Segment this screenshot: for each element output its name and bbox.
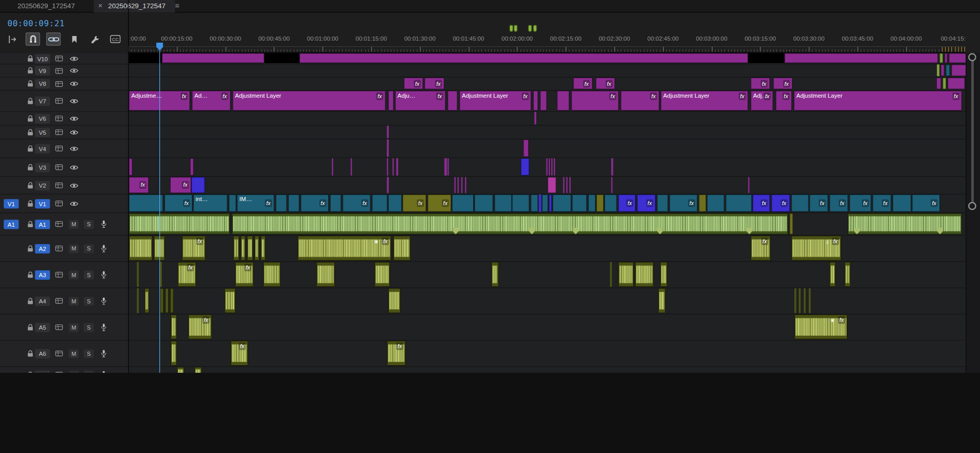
clip[interactable] <box>229 194 237 212</box>
track-name-v7[interactable]: V7 <box>35 96 50 105</box>
solo-button[interactable]: S <box>84 349 94 358</box>
clip[interactable]: fx <box>621 90 659 111</box>
sync-lock-icon[interactable] <box>54 220 64 228</box>
clip[interactable] <box>330 194 341 212</box>
clip[interactable] <box>566 177 567 193</box>
sync-lock-icon[interactable] <box>54 244 64 253</box>
sync-lock-icon[interactable] <box>54 370 64 373</box>
clip[interactable] <box>557 90 569 111</box>
sync-lock-icon[interactable] <box>54 323 64 332</box>
tab-sequence-inactive[interactable]: 20250629_172547 <box>17 2 75 10</box>
toggle-track-output-icon[interactable] <box>69 128 79 137</box>
track-name-v8[interactable]: V8 <box>35 79 50 88</box>
clip[interactable] <box>707 194 724 212</box>
clip[interactable] <box>165 288 169 313</box>
clip[interactable] <box>387 177 389 193</box>
track-name-v6[interactable]: V6 <box>35 114 50 123</box>
clip[interactable]: ♪fx <box>791 235 841 261</box>
solo-button[interactable]: S <box>84 270 94 279</box>
mute-button[interactable]: M <box>69 220 79 228</box>
clip[interactable]: fx <box>753 194 770 212</box>
clip[interactable] <box>531 194 538 212</box>
voiceover-record-icon[interactable] <box>99 220 108 228</box>
clip[interactable] <box>548 177 556 193</box>
clip[interactable] <box>611 177 612 193</box>
clip[interactable] <box>523 139 529 157</box>
clip[interactable] <box>276 194 287 212</box>
clip[interactable] <box>495 194 512 212</box>
clip[interactable] <box>387 125 389 138</box>
clip[interactable] <box>563 177 564 193</box>
clip[interactable] <box>455 177 456 193</box>
clip[interactable] <box>635 262 654 287</box>
clip[interactable] <box>392 158 393 176</box>
clip[interactable] <box>288 194 299 212</box>
track-name-v5[interactable]: V5 <box>35 128 50 137</box>
clip[interactable] <box>388 90 394 111</box>
track-name-a3[interactable]: A3 <box>35 270 50 279</box>
clip[interactable] <box>549 158 550 176</box>
toggle-track-output-icon[interactable] <box>69 54 79 63</box>
clip[interactable] <box>129 213 230 234</box>
mute-button[interactable]: M <box>69 270 79 279</box>
clip[interactable]: fx <box>829 194 848 212</box>
clip[interactable]: fx <box>809 194 828 212</box>
clip[interactable] <box>264 53 299 63</box>
track-lock-icon[interactable] <box>25 114 35 123</box>
track-name-a7[interactable]: A7 <box>35 370 50 373</box>
clip[interactable] <box>785 53 938 63</box>
toggle-track-output-icon[interactable] <box>69 66 79 75</box>
track-name-a6[interactable]: A6 <box>35 349 50 358</box>
clip[interactable] <box>553 194 571 212</box>
clip[interactable] <box>549 194 552 212</box>
sync-lock-icon[interactable] <box>54 79 64 88</box>
clip[interactable] <box>534 112 536 124</box>
clip[interactable]: fx <box>776 90 792 111</box>
linked-selection-button[interactable] <box>46 32 61 46</box>
mute-button[interactable]: M <box>69 349 79 358</box>
clip[interactable]: fx <box>387 341 405 366</box>
clip[interactable] <box>939 53 943 63</box>
sequence-marker-icon[interactable] <box>514 25 517 32</box>
clip[interactable]: fx <box>165 194 193 212</box>
track-name-a4[interactable]: A4 <box>35 296 50 305</box>
sync-lock-icon[interactable] <box>54 199 64 208</box>
nest-sequences-button[interactable] <box>5 32 20 46</box>
track-lock-icon[interactable] <box>25 66 35 75</box>
clip[interactable] <box>387 158 388 176</box>
clip[interactable] <box>263 262 281 287</box>
clip[interactable]: fx <box>301 194 329 212</box>
clip[interactable]: fx <box>669 194 698 212</box>
voiceover-record-icon[interactable] <box>99 244 108 253</box>
clip[interactable] <box>699 194 706 212</box>
track-name-a1[interactable]: A1 <box>35 220 50 229</box>
clip[interactable] <box>388 194 402 212</box>
clip[interactable] <box>804 288 806 313</box>
clip[interactable] <box>951 64 966 76</box>
track-lock-icon[interactable] <box>25 54 35 63</box>
voiceover-record-icon[interactable] <box>99 370 108 373</box>
clip[interactable]: Adjustment Layerfx <box>232 90 386 111</box>
clip[interactable] <box>533 90 538 111</box>
playhead-timecode[interactable]: 00:00:09:21 <box>8 19 65 28</box>
clip[interactable] <box>949 53 966 63</box>
track-name-v3[interactable]: V3 <box>35 162 50 172</box>
clip[interactable] <box>458 177 459 193</box>
clip[interactable] <box>588 194 596 212</box>
clip[interactable] <box>194 367 202 373</box>
clip[interactable] <box>657 194 668 212</box>
sync-lock-icon[interactable] <box>54 297 64 305</box>
track-lock-icon[interactable] <box>25 181 35 190</box>
clip[interactable] <box>232 213 788 234</box>
clip[interactable] <box>396 158 398 176</box>
clip[interactable] <box>829 262 836 287</box>
toggle-track-output-icon[interactable] <box>69 79 79 88</box>
track-lock-icon[interactable] <box>25 79 35 88</box>
close-tab-icon[interactable]: × <box>98 1 103 10</box>
clip[interactable] <box>162 53 264 63</box>
toggle-track-output-icon[interactable] <box>69 114 79 123</box>
track-name-v10[interactable]: V10 <box>35 54 50 63</box>
clip[interactable]: Adju…fx <box>395 90 445 111</box>
sync-lock-icon[interactable] <box>54 128 64 137</box>
clip[interactable] <box>247 235 253 261</box>
